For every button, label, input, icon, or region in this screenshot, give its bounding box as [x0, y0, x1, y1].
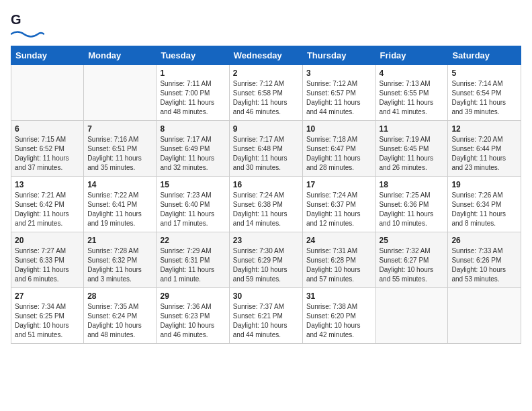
calendar-cell: 13Sunrise: 7:21 AM Sunset: 6:42 PM Dayli… — [11, 177, 84, 232]
day-info: Sunrise: 7:35 AM Sunset: 6:24 PM Dayligh… — [87, 302, 152, 340]
day-info: Sunrise: 7:27 AM Sunset: 6:33 PM Dayligh… — [15, 246, 80, 284]
day-number: 17 — [306, 180, 372, 189]
day-info: Sunrise: 7:37 AM Sunset: 6:21 PM Dayligh… — [233, 302, 299, 340]
calendar-cell: 31Sunrise: 7:38 AM Sunset: 6:20 PM Dayli… — [302, 288, 375, 344]
calendar-cell: 25Sunrise: 7:32 AM Sunset: 6:27 PM Dayli… — [375, 232, 448, 288]
day-info: Sunrise: 7:16 AM Sunset: 6:51 PM Dayligh… — [87, 135, 152, 173]
calendar-cell: 2Sunrise: 7:12 AM Sunset: 6:58 PM Daylig… — [229, 65, 302, 121]
day-info: Sunrise: 7:24 AM Sunset: 6:38 PM Dayligh… — [233, 191, 299, 228]
day-number: 2 — [233, 68, 299, 78]
calendar-cell: 1Sunrise: 7:11 AM Sunset: 7:00 PM Daylig… — [157, 65, 229, 121]
svg-text:G: G — [11, 12, 21, 27]
calendar-cell — [11, 65, 84, 121]
day-number: 14 — [87, 180, 152, 189]
day-number: 8 — [160, 124, 225, 134]
calendar-cell — [84, 65, 157, 121]
day-number: 13 — [15, 180, 80, 189]
calendar-week-row: 20Sunrise: 7:27 AM Sunset: 6:33 PM Dayli… — [11, 232, 521, 288]
day-info: Sunrise: 7:34 AM Sunset: 6:25 PM Dayligh… — [15, 302, 80, 340]
day-info: Sunrise: 7:19 AM Sunset: 6:45 PM Dayligh… — [380, 135, 445, 173]
calendar-cell: 17Sunrise: 7:24 AM Sunset: 6:37 PM Dayli… — [302, 177, 375, 232]
day-number: 20 — [15, 236, 80, 245]
logo-wave — [11, 30, 44, 39]
calendar-cell: 21Sunrise: 7:28 AM Sunset: 6:32 PM Dayli… — [84, 232, 157, 288]
calendar-cell: 8Sunrise: 7:17 AM Sunset: 6:49 PM Daylig… — [157, 121, 229, 177]
day-number: 10 — [306, 124, 372, 134]
day-info: Sunrise: 7:17 AM Sunset: 6:49 PM Dayligh… — [160, 135, 225, 173]
calendar-cell: 28Sunrise: 7:35 AM Sunset: 6:24 PM Dayli… — [84, 288, 157, 344]
weekday-header: Sunday — [11, 46, 84, 65]
calendar-cell: 19Sunrise: 7:26 AM Sunset: 6:34 PM Dayli… — [448, 177, 521, 232]
day-info: Sunrise: 7:14 AM Sunset: 6:54 PM Dayligh… — [451, 79, 517, 117]
day-number: 19 — [451, 180, 517, 189]
day-number: 30 — [233, 291, 299, 301]
calendar-cell: 9Sunrise: 7:17 AM Sunset: 6:48 PM Daylig… — [229, 121, 302, 177]
calendar-cell — [375, 288, 448, 344]
calendar-week-row: 13Sunrise: 7:21 AM Sunset: 6:42 PM Dayli… — [11, 177, 521, 232]
calendar-cell: 4Sunrise: 7:13 AM Sunset: 6:55 PM Daylig… — [375, 65, 448, 121]
day-number: 24 — [306, 236, 372, 245]
calendar-cell: 29Sunrise: 7:36 AM Sunset: 6:23 PM Dayli… — [157, 288, 229, 344]
calendar-cell: 30Sunrise: 7:37 AM Sunset: 6:21 PM Dayli… — [229, 288, 302, 344]
day-number: 4 — [380, 68, 445, 78]
day-number: 11 — [380, 124, 445, 134]
day-number: 15 — [160, 180, 225, 189]
weekday-header: Thursday — [302, 46, 375, 65]
day-number: 22 — [160, 236, 225, 245]
logo: G — [11, 11, 44, 39]
logo-icon: G — [11, 11, 30, 30]
day-info: Sunrise: 7:17 AM Sunset: 6:48 PM Dayligh… — [233, 135, 299, 173]
day-number: 1 — [160, 68, 225, 78]
calendar-cell: 6Sunrise: 7:15 AM Sunset: 6:52 PM Daylig… — [11, 121, 84, 177]
day-number: 16 — [233, 180, 299, 189]
calendar-cell: 3Sunrise: 7:12 AM Sunset: 6:57 PM Daylig… — [302, 65, 375, 121]
calendar-cell: 26Sunrise: 7:33 AM Sunset: 6:26 PM Dayli… — [448, 232, 521, 288]
day-number: 23 — [233, 236, 299, 245]
calendar-cell: 12Sunrise: 7:20 AM Sunset: 6:44 PM Dayli… — [448, 121, 521, 177]
day-number: 6 — [15, 124, 80, 134]
day-info: Sunrise: 7:23 AM Sunset: 6:40 PM Dayligh… — [160, 191, 225, 228]
day-info: Sunrise: 7:24 AM Sunset: 6:37 PM Dayligh… — [306, 191, 372, 228]
calendar-cell: 5Sunrise: 7:14 AM Sunset: 6:54 PM Daylig… — [448, 65, 521, 121]
day-number: 18 — [380, 180, 445, 189]
calendar-cell — [448, 288, 521, 344]
day-number: 21 — [87, 236, 152, 245]
calendar-table: SundayMondayTuesdayWednesdayThursdayFrid… — [11, 46, 521, 344]
day-info: Sunrise: 7:28 AM Sunset: 6:32 PM Dayligh… — [87, 246, 152, 284]
calendar-cell: 16Sunrise: 7:24 AM Sunset: 6:38 PM Dayli… — [229, 177, 302, 232]
day-info: Sunrise: 7:25 AM Sunset: 6:36 PM Dayligh… — [380, 191, 445, 228]
page-header: G — [11, 11, 521, 39]
calendar-cell: 11Sunrise: 7:19 AM Sunset: 6:45 PM Dayli… — [375, 121, 448, 177]
day-number: 3 — [306, 68, 372, 78]
day-info: Sunrise: 7:13 AM Sunset: 6:55 PM Dayligh… — [380, 79, 445, 117]
weekday-header: Monday — [84, 46, 157, 65]
calendar-cell: 22Sunrise: 7:29 AM Sunset: 6:31 PM Dayli… — [157, 232, 229, 288]
calendar-cell: 7Sunrise: 7:16 AM Sunset: 6:51 PM Daylig… — [84, 121, 157, 177]
day-info: Sunrise: 7:11 AM Sunset: 7:00 PM Dayligh… — [160, 79, 225, 117]
day-info: Sunrise: 7:30 AM Sunset: 6:29 PM Dayligh… — [233, 246, 299, 284]
day-info: Sunrise: 7:32 AM Sunset: 6:27 PM Dayligh… — [380, 246, 445, 284]
day-number: 12 — [451, 124, 517, 134]
calendar-cell: 10Sunrise: 7:18 AM Sunset: 6:47 PM Dayli… — [302, 121, 375, 177]
weekday-header: Friday — [375, 46, 448, 65]
calendar-cell: 23Sunrise: 7:30 AM Sunset: 6:29 PM Dayli… — [229, 232, 302, 288]
day-info: Sunrise: 7:31 AM Sunset: 6:28 PM Dayligh… — [306, 246, 372, 284]
day-info: Sunrise: 7:18 AM Sunset: 6:47 PM Dayligh… — [306, 135, 372, 173]
day-info: Sunrise: 7:29 AM Sunset: 6:31 PM Dayligh… — [160, 246, 225, 284]
day-number: 7 — [87, 124, 152, 134]
day-info: Sunrise: 7:12 AM Sunset: 6:57 PM Dayligh… — [306, 79, 372, 117]
weekday-header: Wednesday — [229, 46, 302, 65]
day-number: 27 — [15, 291, 80, 301]
day-number: 25 — [380, 236, 445, 245]
weekday-header: Tuesday — [157, 46, 229, 65]
day-info: Sunrise: 7:36 AM Sunset: 6:23 PM Dayligh… — [160, 302, 225, 340]
day-info: Sunrise: 7:33 AM Sunset: 6:26 PM Dayligh… — [451, 246, 517, 284]
day-info: Sunrise: 7:15 AM Sunset: 6:52 PM Dayligh… — [15, 135, 80, 173]
day-number: 28 — [87, 291, 152, 301]
calendar-cell: 24Sunrise: 7:31 AM Sunset: 6:28 PM Dayli… — [302, 232, 375, 288]
day-info: Sunrise: 7:12 AM Sunset: 6:58 PM Dayligh… — [233, 79, 299, 117]
day-number: 31 — [306, 291, 372, 301]
calendar-header-row: SundayMondayTuesdayWednesdayThursdayFrid… — [11, 46, 521, 65]
calendar-week-row: 6Sunrise: 7:15 AM Sunset: 6:52 PM Daylig… — [11, 121, 521, 177]
day-info: Sunrise: 7:38 AM Sunset: 6:20 PM Dayligh… — [306, 302, 372, 340]
